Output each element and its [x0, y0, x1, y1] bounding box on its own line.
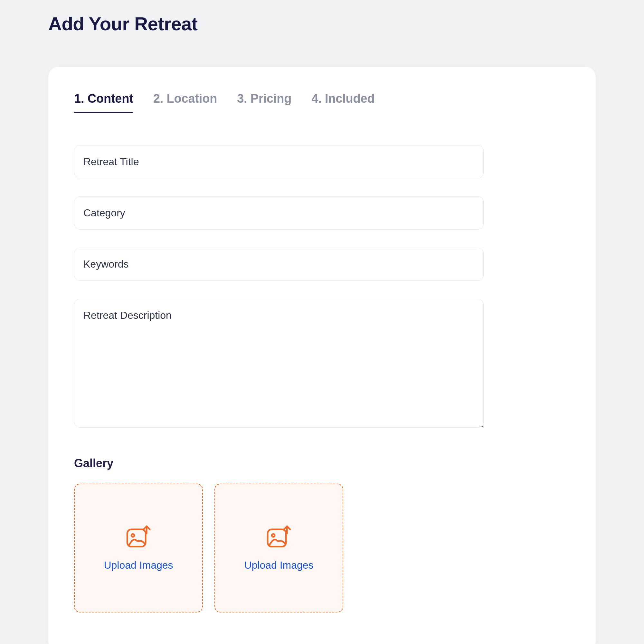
image-upload-icon [126, 525, 151, 548]
step-tabs: 1. Content 2. Location 3. Pricing 4. Inc… [74, 92, 570, 113]
upload-tile-1[interactable]: Upload Images [74, 484, 203, 612]
retreat-description-textarea[interactable] [74, 299, 484, 428]
tab-content[interactable]: 1. Content [74, 92, 133, 113]
tab-pricing[interactable]: 3. Pricing [237, 92, 291, 113]
form-fields [74, 145, 484, 428]
upload-tile-2[interactable]: Upload Images [214, 484, 343, 612]
upload-label: Upload Images [104, 559, 173, 571]
upload-label: Upload Images [244, 559, 313, 571]
retreat-title-input[interactable] [74, 145, 484, 178]
keywords-input[interactable] [74, 248, 484, 281]
category-input[interactable] [74, 196, 484, 230]
image-upload-icon [267, 525, 291, 548]
tab-location[interactable]: 2. Location [153, 92, 217, 113]
svg-point-3 [272, 534, 275, 537]
page-title: Add Your Retreat [48, 13, 596, 34]
svg-point-1 [131, 534, 134, 537]
form-card: 1. Content 2. Location 3. Pricing 4. Inc… [48, 67, 596, 644]
gallery-uploaders: Upload Images Upload Images [74, 484, 570, 612]
gallery-heading: Gallery [74, 457, 570, 470]
tab-included[interactable]: 4. Included [311, 92, 374, 113]
